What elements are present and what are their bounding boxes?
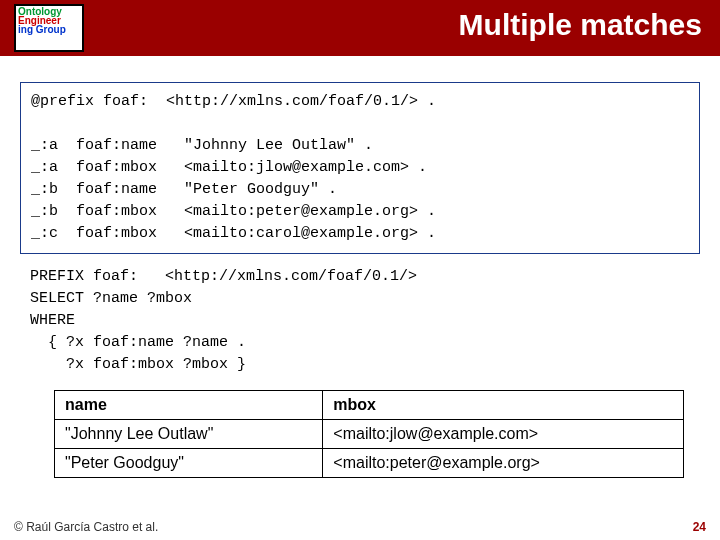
rdf-data-block: @prefix foaf: <http://xmlns.com/foaf/0.1… (20, 82, 700, 254)
col-header-mbox: mbox (323, 391, 684, 420)
results-table-wrap: name mbox "Johnny Lee Outlaw" <mailto:jl… (54, 390, 684, 478)
page-number: 24 (693, 520, 706, 534)
query-line: SELECT ?name ?mbox (30, 290, 192, 307)
table-row: "Johnny Lee Outlaw" <mailto:jlow@example… (55, 420, 684, 449)
title-bar: Ontology Engineer ing Group Multiple mat… (0, 0, 720, 56)
cell-mbox: <mailto:jlow@example.com> (323, 420, 684, 449)
slide-title: Multiple matches (459, 8, 702, 42)
cell-name: "Johnny Lee Outlaw" (55, 420, 323, 449)
query-line: ?x foaf:mbox ?mbox } (30, 356, 246, 373)
logo: Ontology Engineer ing Group (14, 4, 84, 52)
query-line: WHERE (30, 312, 75, 329)
logo-line3: ing Group (18, 24, 66, 35)
cell-name: "Peter Goodguy" (55, 449, 323, 478)
triple: _:b foaf:mbox <mailto:peter@example.org>… (31, 203, 436, 220)
triple: _:c foaf:mbox <mailto:carol@example.org>… (31, 225, 436, 242)
footer-credit: © Raúl García Castro et al. (14, 520, 158, 534)
query-line: PREFIX foaf: <http://xmlns.com/foaf/0.1/… (30, 268, 417, 285)
footer: © Raúl García Castro et al. 24 (14, 520, 706, 534)
cell-mbox: <mailto:peter@example.org> (323, 449, 684, 478)
table-row: "Peter Goodguy" <mailto:peter@example.or… (55, 449, 684, 478)
query-line: { ?x foaf:name ?name . (30, 334, 246, 351)
results-table: name mbox "Johnny Lee Outlaw" <mailto:jl… (54, 390, 684, 478)
triple: _:a foaf:name "Johnny Lee Outlaw" . (31, 137, 373, 154)
triple: _:a foaf:mbox <mailto:jlow@example.com> … (31, 159, 427, 176)
triple: _:b foaf:name "Peter Goodguy" . (31, 181, 337, 198)
sparql-query-block: PREFIX foaf: <http://xmlns.com/foaf/0.1/… (20, 262, 700, 380)
table-header-row: name mbox (55, 391, 684, 420)
prefix-line: @prefix foaf: <http://xmlns.com/foaf/0.1… (31, 93, 436, 110)
col-header-name: name (55, 391, 323, 420)
